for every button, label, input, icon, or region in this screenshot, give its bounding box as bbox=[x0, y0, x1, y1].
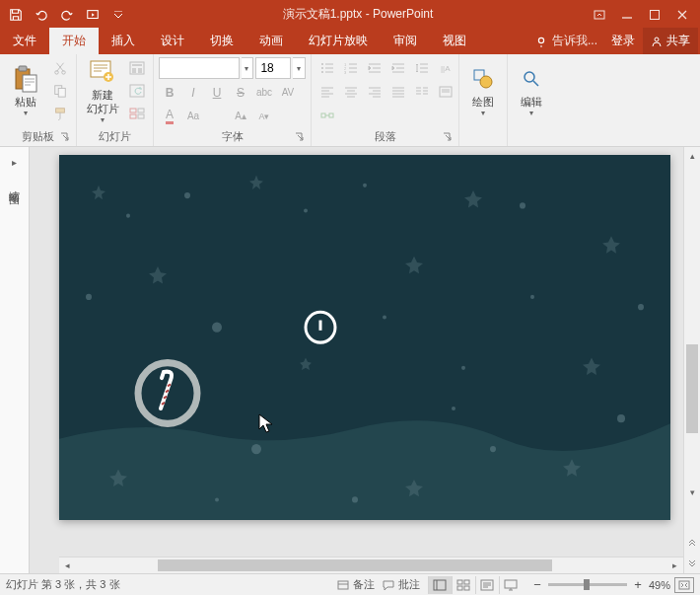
scroll-up-button[interactable]: ▴ bbox=[684, 147, 700, 164]
justify-button[interactable] bbox=[387, 81, 409, 102]
tell-me-search[interactable]: 告诉我... bbox=[530, 29, 603, 53]
align-right-button[interactable] bbox=[364, 81, 385, 102]
fit-to-window-button[interactable] bbox=[674, 577, 694, 593]
maximize-button[interactable] bbox=[641, 3, 668, 27]
svg-rect-33 bbox=[321, 113, 325, 117]
svg-point-37 bbox=[525, 72, 534, 82]
align-center-button[interactable] bbox=[340, 81, 362, 102]
clipboard-launcher[interactable] bbox=[59, 132, 71, 144]
next-slide-button[interactable] bbox=[685, 555, 700, 569]
svg-rect-67 bbox=[679, 581, 689, 589]
zoom-level[interactable]: 49% bbox=[649, 579, 670, 591]
start-from-beginning-button[interactable] bbox=[81, 3, 105, 27]
tab-file[interactable]: 文件 bbox=[0, 28, 49, 54]
slide-editor[interactable]: ▴ ▾ ◂ ▸ bbox=[30, 147, 700, 573]
slideshow-view-button[interactable] bbox=[499, 576, 523, 594]
copy-button[interactable] bbox=[49, 80, 71, 101]
text-direction-button[interactable]: ||A bbox=[435, 57, 456, 78]
decrease-indent-button[interactable] bbox=[364, 57, 385, 78]
zoom-controls: − + 49% bbox=[530, 577, 694, 593]
horizontal-scrollbar[interactable]: ◂ ▸ bbox=[59, 557, 683, 573]
qat-customize-button[interactable] bbox=[106, 3, 130, 27]
scroll-down-button[interactable]: ▾ bbox=[684, 483, 700, 500]
increase-font-button[interactable]: A▴ bbox=[230, 106, 251, 126]
svg-rect-7 bbox=[19, 66, 27, 71]
align-text-button[interactable] bbox=[435, 81, 456, 102]
slide-canvas[interactable] bbox=[59, 155, 670, 520]
comments-button[interactable]: 批注 bbox=[383, 577, 420, 592]
tab-slideshow[interactable]: 幻灯片放映 bbox=[296, 28, 381, 54]
underline-button[interactable]: U bbox=[206, 82, 228, 103]
svg-rect-19 bbox=[138, 68, 142, 73]
tab-animations[interactable]: 动画 bbox=[246, 28, 296, 54]
format-painter-button[interactable] bbox=[49, 103, 71, 123]
zoom-slider[interactable] bbox=[548, 583, 627, 586]
increase-indent-button[interactable] bbox=[387, 57, 409, 78]
dropdown-icon: ▾ bbox=[101, 115, 105, 124]
sorter-view-button[interactable] bbox=[452, 576, 475, 594]
shadow-button[interactable]: abc bbox=[253, 82, 275, 103]
paragraph-launcher[interactable] bbox=[442, 132, 454, 144]
font-color-button[interactable]: A bbox=[159, 106, 180, 126]
character-spacing-button[interactable]: AV bbox=[277, 82, 299, 103]
notes-button[interactable]: 备注 bbox=[337, 577, 375, 592]
group-slides: 新建 幻灯片 ▾ 幻灯片 bbox=[77, 54, 154, 146]
zoom-out-button[interactable]: − bbox=[530, 578, 544, 592]
change-case-button[interactable]: Aa bbox=[182, 106, 204, 126]
italic-button[interactable]: I bbox=[182, 82, 204, 103]
decrease-font-button[interactable]: A▾ bbox=[253, 106, 275, 126]
font-name-dropdown[interactable]: ▾ bbox=[242, 57, 254, 79]
svg-rect-60 bbox=[434, 580, 446, 590]
font-launcher[interactable] bbox=[294, 132, 306, 144]
align-left-button[interactable] bbox=[316, 81, 338, 102]
cut-button[interactable] bbox=[49, 57, 71, 78]
prev-slide-button[interactable] bbox=[685, 536, 700, 551]
clear-formatting-button[interactable] bbox=[206, 106, 228, 126]
ribbon-display-options-button[interactable] bbox=[586, 3, 613, 27]
window-controls bbox=[586, 3, 696, 27]
bullets-button[interactable] bbox=[316, 57, 338, 78]
font-label: 字体 bbox=[222, 130, 244, 142]
font-size-dropdown[interactable]: ▾ bbox=[293, 57, 306, 79]
tab-review[interactable]: 审阅 bbox=[381, 28, 430, 54]
font-size-combo[interactable]: 18 bbox=[255, 57, 291, 79]
reading-view-button[interactable] bbox=[475, 576, 499, 594]
redo-button[interactable] bbox=[55, 3, 79, 27]
section-button[interactable] bbox=[126, 103, 148, 123]
vertical-scrollbar[interactable]: ▴ ▾ bbox=[683, 147, 700, 500]
font-name-combo[interactable] bbox=[159, 57, 240, 79]
expand-panel-button[interactable]: ▸ bbox=[8, 153, 21, 172]
close-button[interactable] bbox=[668, 3, 696, 27]
tab-insert[interactable]: 插入 bbox=[99, 28, 148, 54]
numbering-button[interactable]: 123 bbox=[340, 57, 362, 78]
reset-button[interactable] bbox=[126, 80, 148, 101]
hscroll-thumb[interactable] bbox=[158, 559, 552, 571]
normal-view-button[interactable] bbox=[428, 576, 452, 594]
scroll-left-button[interactable]: ◂ bbox=[59, 558, 76, 573]
tab-view[interactable]: 视图 bbox=[430, 28, 479, 54]
slide-counter[interactable]: 幻灯片 第 3 张，共 3 张 bbox=[6, 577, 120, 592]
share-button[interactable]: 共享 bbox=[643, 28, 698, 54]
dropdown-icon: ▾ bbox=[529, 109, 533, 117]
group-drawing: 绘图 ▾ bbox=[459, 54, 508, 146]
scroll-right-button[interactable]: ▸ bbox=[666, 558, 683, 573]
vscroll-thumb[interactable] bbox=[686, 344, 698, 433]
bold-button[interactable]: B bbox=[159, 82, 180, 103]
layout-button[interactable] bbox=[126, 57, 148, 78]
shapes-button[interactable]: 绘图 ▾ bbox=[464, 57, 502, 124]
minimize-button[interactable] bbox=[613, 3, 641, 27]
tab-transitions[interactable]: 切换 bbox=[197, 28, 246, 54]
tab-home[interactable]: 开始 bbox=[49, 28, 99, 54]
smartart-button[interactable] bbox=[316, 105, 338, 125]
line-spacing-button[interactable] bbox=[411, 57, 433, 78]
zoom-in-button[interactable]: + bbox=[631, 578, 645, 592]
save-button[interactable] bbox=[4, 3, 28, 27]
columns-button[interactable] bbox=[411, 81, 433, 102]
paste-button[interactable]: 粘贴 ▾ bbox=[5, 57, 46, 124]
signin-button[interactable]: 登录 bbox=[603, 28, 643, 54]
tab-design[interactable]: 设计 bbox=[148, 28, 197, 54]
undo-button[interactable] bbox=[30, 3, 53, 27]
new-slide-button[interactable]: 新建 幻灯片 ▾ bbox=[82, 57, 123, 124]
editing-button[interactable]: 编辑 ▾ bbox=[513, 57, 550, 124]
strikethrough-button[interactable]: S bbox=[230, 82, 251, 103]
